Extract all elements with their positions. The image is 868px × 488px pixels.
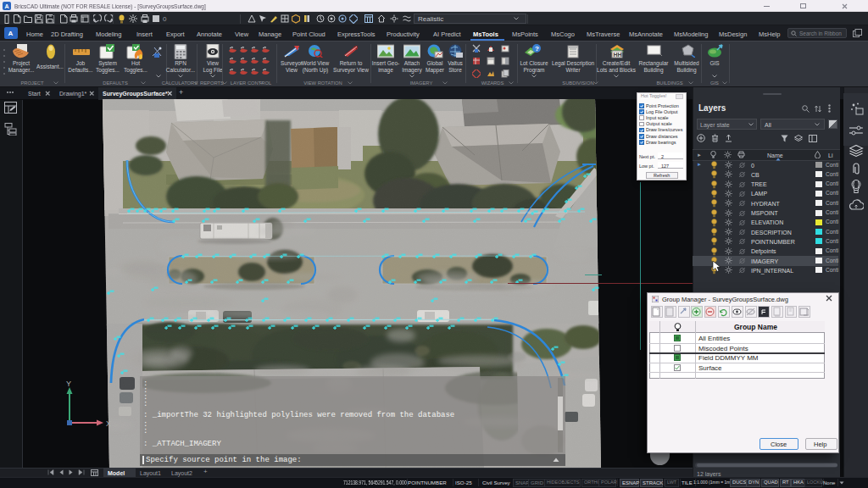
svg-text:X: X <box>106 419 111 428</box>
svg-text:HH: HH <box>614 52 622 58</box>
svg-text:?: ? <box>535 45 539 53</box>
svg-text:Y: Y <box>66 380 71 388</box>
